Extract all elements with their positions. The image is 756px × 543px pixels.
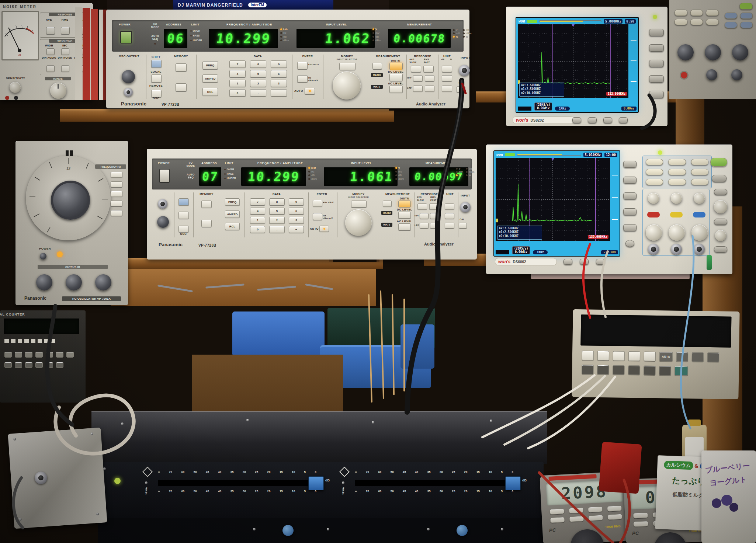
keypad-key[interactable]: 7: [250, 198, 265, 205]
trigger-menu-button[interactable]: [714, 219, 727, 225]
enter-key-khz[interactable]: [297, 62, 308, 69]
enter-key-hz[interactable]: [313, 213, 322, 220]
shift-key[interactable]: [151, 60, 162, 68]
osc-output-knob[interactable]: [157, 216, 169, 228]
filter-key[interactable]: [442, 86, 452, 92]
measurement-mode-key[interactable]: [372, 63, 382, 69]
keypad-key[interactable]: 6: [271, 70, 287, 77]
dip-switch[interactable]: [4, 339, 9, 343]
bench-key[interactable]: [582, 351, 594, 360]
bottom-menu-button[interactable]: [603, 117, 612, 123]
counter-key[interactable]: [46, 352, 53, 358]
keypad-key[interactable]: 0: [250, 226, 265, 233]
hpf-key[interactable]: [413, 75, 423, 81]
aux-green-button[interactable]: [739, 3, 753, 10]
keypad-key[interactable]: 6: [289, 208, 304, 215]
ac-level-key[interactable]: [389, 86, 403, 93]
meter-key[interactable]: [569, 516, 584, 522]
fader-handle[interactable]: [308, 476, 324, 490]
bench-key[interactable]: [613, 365, 624, 375]
ch1-button[interactable]: [647, 212, 660, 217]
aux-blue-key[interactable]: [740, 13, 753, 19]
bench-key[interactable]: [582, 365, 593, 374]
range-key[interactable]: [111, 201, 122, 206]
input-jack-red[interactable]: [5, 96, 9, 100]
dc-level-key[interactable]: [389, 74, 403, 81]
menu-f1-button[interactable]: [649, 29, 664, 36]
aux-blue-key[interactable]: [740, 22, 753, 28]
enter-key-khz[interactable]: [313, 200, 322, 207]
bench-key[interactable]: [628, 365, 640, 375]
hpf-key[interactable]: [430, 213, 439, 219]
input-bnc[interactable]: [459, 65, 470, 76]
meter-key[interactable]: [607, 505, 622, 512]
keypad-key[interactable]: −: [271, 89, 287, 97]
meter-key[interactable]: [569, 507, 584, 514]
fn-key[interactable]: AMPTD: [202, 74, 218, 83]
keypad-key[interactable]: 4: [229, 70, 246, 77]
aux-key[interactable]: [674, 19, 687, 25]
timebase-knob[interactable]: [714, 200, 727, 213]
counter-key[interactable]: [35, 362, 43, 368]
meter-rotary-dial[interactable]: [570, 529, 605, 543]
osc-onoff-key[interactable]: [151, 90, 162, 97]
keypad-key[interactable]: 1: [250, 217, 265, 224]
range-key[interactable]: [111, 172, 122, 178]
measurement-mode-key[interactable]: [383, 201, 392, 207]
local-key[interactable]: [178, 212, 189, 219]
menu-key[interactable]: [691, 179, 708, 185]
keypad-key[interactable]: 5: [250, 70, 266, 77]
local-key[interactable]: [151, 74, 162, 83]
shift-key[interactable]: [178, 198, 189, 206]
meter-key[interactable]: [607, 514, 623, 520]
menu-f5-button[interactable]: [649, 91, 664, 98]
dip-switch[interactable]: [24, 339, 29, 343]
menu-f3-button[interactable]: [649, 60, 664, 67]
bench-auto-key[interactable]: AUTO: [659, 352, 673, 362]
power-button[interactable]: [120, 31, 132, 43]
counter-key[interactable]: [4, 362, 12, 368]
counter-key[interactable]: [25, 362, 32, 368]
ch2-scale-knob[interactable]: [669, 224, 685, 241]
bottom-menu-button[interactable]: [588, 117, 597, 123]
aux-knob-small[interactable]: [731, 69, 742, 80]
menu-key[interactable]: [668, 169, 686, 175]
range-key[interactable]: [111, 210, 122, 216]
auto-key[interactable]: [305, 88, 315, 94]
keypad-key[interactable]: 3: [289, 217, 304, 224]
rack-knob-blue[interactable]: [457, 525, 468, 536]
bench-key[interactable]: [659, 366, 671, 375]
keypad-key[interactable]: 0: [229, 89, 246, 97]
ch2-button[interactable]: [670, 212, 683, 217]
counter-key[interactable]: [66, 352, 74, 358]
response-key[interactable]: [423, 66, 434, 72]
filter-key[interactable]: [445, 223, 454, 229]
menu-key[interactable]: [691, 159, 708, 165]
menu-f6-button[interactable]: [625, 240, 634, 247]
ac-level-key[interactable]: [398, 223, 411, 230]
bottom-menu-button[interactable]: [596, 259, 605, 265]
counter-key[interactable]: [46, 362, 53, 368]
aux-key[interactable]: [690, 10, 703, 16]
power-rocker[interactable]: [159, 169, 170, 183]
bench-key[interactable]: [613, 351, 625, 361]
trigger-level-knob[interactable]: [715, 230, 726, 241]
meter-key[interactable]: [588, 515, 603, 521]
menu-f2-button[interactable]: [649, 44, 664, 52]
fn-key[interactable]: FREQ: [202, 61, 218, 69]
ch1-position-knob[interactable]: [648, 193, 659, 204]
aux-knob[interactable]: [705, 44, 721, 60]
counter-key[interactable]: [35, 352, 43, 358]
freq-dial-knob[interactable]: [51, 181, 90, 220]
menu-f4-button[interactable]: [649, 75, 664, 83]
bench-key[interactable]: [644, 366, 655, 375]
bottom-menu-button[interactable]: [563, 259, 572, 265]
counter-key[interactable]: [15, 352, 22, 358]
keypad-key[interactable]: 4: [250, 208, 265, 215]
bench-key[interactable]: [692, 352, 704, 362]
hpf-key[interactable]: [425, 75, 434, 81]
distn-key[interactable]: [398, 201, 411, 208]
menu-f5-button[interactable]: [623, 224, 637, 231]
keypad-key[interactable]: 2: [250, 80, 266, 87]
fn-key[interactable]: FREQ: [225, 198, 240, 206]
